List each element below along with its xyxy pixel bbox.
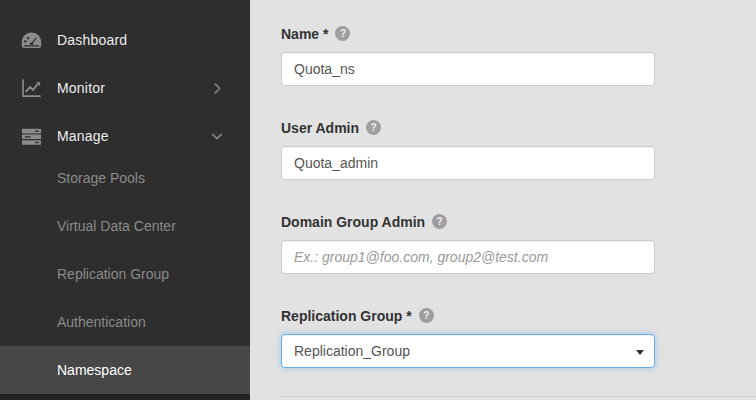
gauge-icon — [20, 30, 44, 51]
user-admin-field-label-row: User Admin ? — [281, 119, 655, 136]
sidebar-item-authentication[interactable]: Authentication — [0, 298, 250, 346]
domain-group-admin-input[interactable] — [281, 240, 655, 274]
sidebar-item-label: Replication Group — [57, 266, 169, 282]
app-window: Dashboard Monitor — [0, 0, 756, 400]
chevron-down-icon — [210, 130, 224, 143]
sidebar-item-label: Virtual Data Center — [57, 218, 176, 234]
sidebar-item-label: Storage Pools — [57, 170, 145, 186]
namespace-form: Name * ? User Admin ? Domain Group Admin… — [281, 25, 655, 368]
sidebar-item-label: Monitor — [57, 80, 211, 96]
select-caret-icon — [636, 350, 644, 355]
name-field-label: Name * — [281, 26, 328, 42]
name-field-label-row: Name * ? — [281, 25, 655, 42]
sidebar-item-replication-group[interactable]: Replication Group — [0, 250, 250, 298]
chevron-right-icon — [211, 82, 224, 95]
user-admin-field-label: User Admin — [281, 120, 359, 136]
manage-submenu: Storage Pools Virtual Data Center Replic… — [0, 154, 250, 394]
domain-group-admin-field-group: Domain Group Admin ? — [281, 213, 655, 274]
sidebar-item-namespace[interactable]: Namespace — [0, 346, 250, 394]
replication-group-field-label-row: Replication Group * ? — [281, 307, 655, 324]
help-icon[interactable]: ? — [419, 308, 434, 323]
help-icon[interactable]: ? — [366, 120, 381, 135]
sidebar-item-storage-pools[interactable]: Storage Pools — [0, 154, 250, 202]
sidebar-nav: Dashboard Monitor — [0, 0, 250, 394]
sidebar: Dashboard Monitor — [0, 0, 250, 400]
sidebar-bottom-divider — [0, 394, 250, 400]
user-admin-field-group: User Admin ? — [281, 119, 655, 180]
section-divider — [281, 396, 756, 397]
help-icon[interactable]: ? — [432, 214, 447, 229]
sidebar-item-label: Manage — [57, 128, 210, 144]
line-chart-icon — [20, 77, 44, 99]
help-icon[interactable]: ? — [335, 26, 350, 41]
replication-group-field-label: Replication Group * — [281, 308, 412, 324]
replication-group-selected-value: Replication_Group — [294, 343, 410, 359]
domain-group-admin-field-label-row: Domain Group Admin ? — [281, 213, 655, 230]
sidebar-item-monitor[interactable]: Monitor — [0, 64, 250, 112]
user-admin-input[interactable] — [281, 146, 655, 180]
name-field-group: Name * ? — [281, 25, 655, 86]
replication-group-field-group: Replication Group * ? Replication_Group — [281, 307, 655, 368]
replication-group-select[interactable]: Replication_Group — [281, 334, 655, 368]
domain-group-admin-field-label: Domain Group Admin — [281, 214, 425, 230]
sidebar-item-virtual-data-center[interactable]: Virtual Data Center — [0, 202, 250, 250]
sidebar-item-dashboard[interactable]: Dashboard — [0, 16, 250, 64]
namespace-form-panel: Name * ? User Admin ? Domain Group Admin… — [250, 0, 756, 400]
name-input[interactable] — [281, 52, 655, 86]
server-stack-icon — [20, 126, 44, 147]
sidebar-item-label: Namespace — [57, 362, 132, 378]
sidebar-item-label: Authentication — [57, 314, 146, 330]
sidebar-item-label: Dashboard — [57, 32, 250, 48]
sidebar-item-manage[interactable]: Manage — [0, 112, 250, 160]
